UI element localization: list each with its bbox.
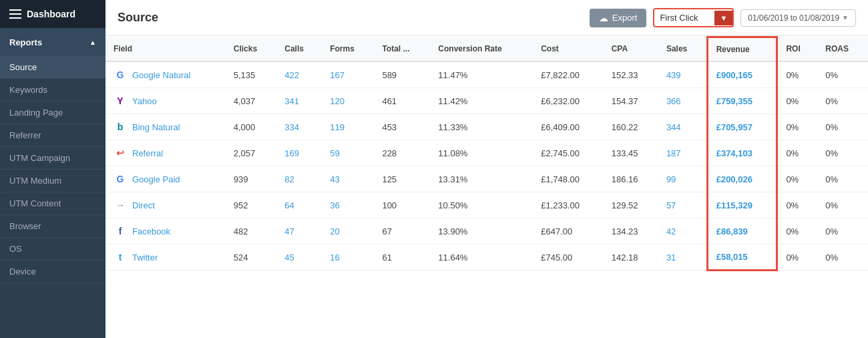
col-header-total: Total ... — [374, 37, 430, 62]
date-range-arrow-icon: ▼ — [842, 14, 849, 21]
cell-roi: 0% — [777, 88, 817, 114]
sidebar-item-referrer[interactable]: Referrer — [0, 124, 105, 147]
sidebar-item-utm-medium[interactable]: UTM Medium — [0, 170, 105, 192]
cell-conversion-rate: 13.31% — [430, 166, 533, 192]
cell-sales[interactable]: 57 — [658, 192, 707, 218]
cell-cpa: 160.22 — [604, 114, 658, 140]
cell-total: 461 — [374, 88, 430, 114]
cell-forms[interactable]: 120 — [322, 88, 374, 114]
cell-roas: 0% — [817, 61, 868, 88]
cell-sales[interactable]: 99 — [658, 166, 707, 192]
table-row: ↩Referral2,0571695922811.08%£2,745.00133… — [105, 140, 868, 166]
source-name: Direct — [132, 200, 155, 210]
sidebar-item-keywords[interactable]: Keywords — [0, 79, 105, 102]
cell-calls[interactable]: 334 — [276, 114, 322, 140]
cell-field: ↩Referral — [105, 140, 226, 166]
sidebar-item-landing-page[interactable]: Landing Page — [0, 102, 105, 124]
table-row: GGoogle Natural5,13542216758911.47%£7,82… — [105, 61, 868, 88]
cell-cpa: 154.37 — [604, 88, 658, 114]
cell-sales[interactable]: 187 — [658, 140, 707, 166]
dashboard-header[interactable]: Dashboard — [0, 0, 105, 28]
table-row: YYahoo4,03734112046111.42%£6,232.00154.3… — [105, 88, 868, 114]
export-button[interactable]: Export — [590, 9, 647, 27]
col-header-revenue: Revenue — [707, 37, 777, 62]
source-icon: ↩ — [114, 146, 127, 160]
cell-forms[interactable]: 59 — [322, 140, 374, 166]
data-table-wrapper: FieldClicksCallsFormsTotal ...Conversion… — [105, 36, 868, 338]
cell-calls[interactable]: 47 — [276, 218, 322, 244]
cell-calls[interactable]: 422 — [276, 61, 322, 88]
col-header-forms: Forms — [322, 37, 374, 62]
sidebar-nav: SourceKeywordsLanding PageReferrerUTM Ca… — [0, 56, 105, 283]
cell-revenue: £900,165 — [707, 61, 777, 88]
cell-cost: £6,232.00 — [533, 88, 604, 114]
cell-total: 589 — [374, 61, 430, 88]
cell-roas: 0% — [817, 140, 868, 166]
dashboard-label: Dashboard — [27, 9, 75, 19]
attribution-dropdown[interactable]: First Click Last Click Linear ▼ — [653, 8, 734, 27]
cell-forms[interactable]: 36 — [322, 192, 374, 218]
sidebar-item-browser[interactable]: Browser — [0, 215, 105, 238]
col-header-cpa: CPA — [604, 37, 658, 62]
cell-cost: £6,409.00 — [533, 114, 604, 140]
cell-total: 125 — [374, 166, 430, 192]
cell-forms[interactable]: 43 — [322, 166, 374, 192]
sidebar-item-os[interactable]: OS — [0, 238, 105, 261]
col-header-calls: Calls — [276, 37, 322, 62]
source-name: Google Paid — [132, 174, 180, 184]
sidebar-item-utm-content[interactable]: UTM Content — [0, 192, 105, 215]
reports-section[interactable]: Reports ▲ — [0, 28, 105, 56]
sidebar-item-device[interactable]: Device — [0, 261, 105, 283]
sidebar-item-utm-campaign[interactable]: UTM Campaign — [0, 147, 105, 170]
cell-cpa: 134.23 — [604, 218, 658, 244]
source-icon: → — [114, 198, 127, 212]
cell-forms[interactable]: 20 — [322, 218, 374, 244]
cell-calls[interactable]: 64 — [276, 192, 322, 218]
col-header-roas: ROAS — [817, 37, 868, 62]
cell-revenue: £115,329 — [707, 192, 777, 218]
cell-total: 67 — [374, 218, 430, 244]
cell-clicks: 939 — [226, 166, 277, 192]
cell-revenue: £705,957 — [707, 114, 777, 140]
export-label: Export — [612, 13, 638, 23]
cell-cpa: 152.33 — [604, 61, 658, 88]
cell-calls[interactable]: 341 — [276, 88, 322, 114]
cell-roas: 0% — [817, 192, 868, 218]
page-title: Source — [118, 11, 158, 25]
table-row: GGoogle Paid939824312513.31%£1,748.00186… — [105, 166, 868, 192]
cell-sales[interactable]: 439 — [658, 61, 707, 88]
cell-sales[interactable]: 42 — [658, 218, 707, 244]
cell-forms[interactable]: 119 — [322, 114, 374, 140]
attribution-select[interactable]: First Click Last Click Linear — [654, 9, 714, 26]
cell-roas: 0% — [817, 218, 868, 244]
cell-cpa: 142.18 — [604, 244, 658, 271]
date-range-picker[interactable]: 01/06/2019 to 01/08/2019 ▼ — [740, 9, 856, 27]
cell-calls[interactable]: 45 — [276, 244, 322, 271]
cell-field: GGoogle Paid — [105, 166, 226, 192]
cell-total: 453 — [374, 114, 430, 140]
source-icon: Y — [114, 94, 127, 108]
sidebar-item-source[interactable]: Source — [0, 56, 105, 79]
cell-revenue: £86,839 — [707, 218, 777, 244]
cell-revenue: £759,355 — [707, 88, 777, 114]
cell-forms[interactable]: 16 — [322, 244, 374, 271]
source-icon: G — [114, 68, 127, 81]
source-name: Google Natural — [132, 70, 190, 80]
cell-conversion-rate: 10.50% — [430, 192, 533, 218]
table-body: GGoogle Natural5,13542216758911.47%£7,82… — [105, 61, 868, 271]
cell-forms[interactable]: 167 — [322, 61, 374, 88]
dropdown-arrow-icon[interactable]: ▼ — [714, 11, 732, 25]
cell-sales[interactable]: 366 — [658, 88, 707, 114]
cell-conversion-rate: 11.42% — [430, 88, 533, 114]
cell-roi: 0% — [777, 192, 817, 218]
col-header-roi: ROI — [777, 37, 817, 62]
cell-roas: 0% — [817, 88, 868, 114]
cell-sales[interactable]: 31 — [658, 244, 707, 271]
cell-cost: £745.00 — [533, 244, 604, 271]
cell-calls[interactable]: 169 — [276, 140, 322, 166]
cell-sales[interactable]: 344 — [658, 114, 707, 140]
cell-calls[interactable]: 82 — [276, 166, 322, 192]
cell-conversion-rate: 11.33% — [430, 114, 533, 140]
cell-clicks: 5,135 — [226, 61, 277, 88]
sidebar: Dashboard Reports ▲ SourceKeywordsLandin… — [0, 0, 105, 338]
